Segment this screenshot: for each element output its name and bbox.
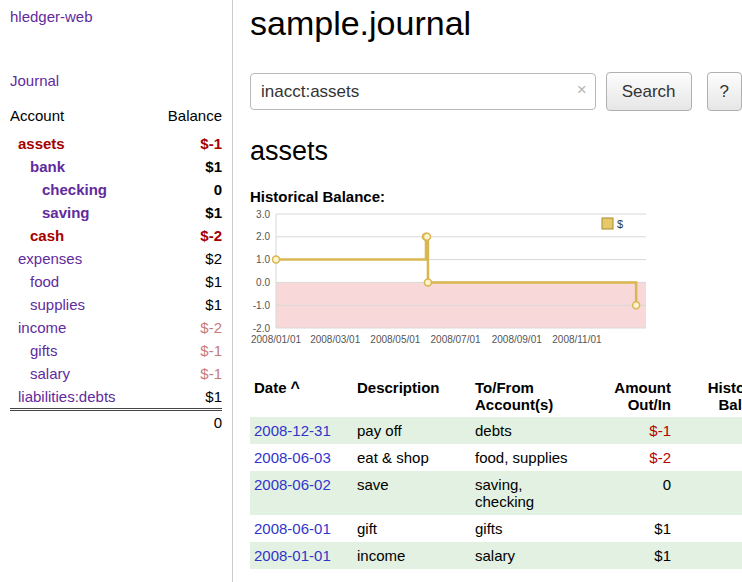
account-link[interactable]: liabilities:debts [18,388,116,405]
account-link[interactable]: saving [42,204,90,221]
account-balance: $-2 [150,316,222,339]
chart-point-marker [424,279,431,286]
account-row: food$1 [10,270,222,293]
chart-ytick-label: 3.0 [256,209,270,220]
accounts-header-balance: Balance [150,107,222,132]
account-row: expenses$2 [10,247,222,270]
account-balance: $1 [150,201,222,224]
account-link[interactable]: supplies [30,296,85,313]
accounts-header-row: Account Balance [10,107,222,132]
account-row: checking0 [10,178,222,201]
help-button[interactable]: ? [707,72,742,111]
clear-search-icon[interactable]: × [577,80,587,100]
account-balance: $-1 [150,339,222,362]
account-row: income$-2 [10,316,222,339]
chart-point-marker [273,256,280,263]
account-link[interactable]: income [18,319,66,336]
transaction-row: 2008-12-31pay offdebts$-1$-1 [250,417,742,444]
section-title: assets [250,136,742,167]
account-balance: $2 [150,247,222,270]
account-balance: $1 [150,385,222,410]
account-row: salary$-1 [10,362,222,385]
transaction-accounts: salary [471,542,587,569]
transaction-description: income [353,542,471,569]
legend-swatch [602,218,613,229]
transaction-balance: $2 [675,471,742,515]
header-accounts: To/From Account(s) [471,375,587,417]
transaction-row: 2008-01-01incomesalary$1$1 [250,542,742,569]
transaction-description: gift [353,515,471,542]
transaction-amount: $-2 [587,444,675,471]
transaction-amount: $1 [587,515,675,542]
accounts-header-account: Account [10,107,150,132]
account-link[interactable]: assets [18,135,65,152]
chart-xtick-label: 2008/01/01 [251,334,301,345]
chart-container: 3.02.01.00.0-1.0-2.02008/01/012008/03/01… [250,209,742,361]
accounts-total-value: 0 [150,410,222,435]
account-balance: 0 [150,178,222,201]
page-title: sample.journal [250,4,742,43]
chart-xtick-label: 2008/03/01 [310,334,360,345]
transaction-amount: 0 [587,471,675,515]
transaction-accounts: food, supplies [471,444,587,471]
account-link[interactable]: checking [42,181,107,198]
account-row: assets$-1 [10,132,222,155]
header-date[interactable]: Date^ [250,375,353,417]
transaction-date-link[interactable]: 2008-01-01 [254,547,331,564]
transaction-date-link[interactable]: 2008-12-31 [254,422,331,439]
chart-point-marker [423,233,430,240]
header-description: Description [353,375,471,417]
transaction-amount: $1 [587,542,675,569]
header-amount: Amount Out/In [587,375,675,417]
chart-xtick-label: 2008/07/01 [431,334,481,345]
transaction-row: 2008-06-02savesaving, checking0$2 [250,471,742,515]
account-row: liabilities:debts$1 [10,385,222,410]
transaction-date-link[interactable]: 2008-06-02 [254,476,331,493]
account-row: saving$1 [10,201,222,224]
chart-label: Historical Balance: [250,188,742,205]
account-link[interactable]: expenses [18,250,82,267]
chart-xtick-label: 2008/11/01 [552,334,602,345]
app-title-link[interactable]: hledger-web [10,8,93,25]
transaction-row: 2008-06-03eat & shopfood, supplies$-20 [250,444,742,471]
account-row: gifts$-1 [10,339,222,362]
accounts-table: Account Balance assets$-1bank$1checking0… [10,107,222,434]
account-balance: $1 [150,155,222,178]
balance-chart: 3.02.01.00.0-1.0-2.02008/01/012008/03/01… [250,209,670,357]
sidebar-item-journal[interactable]: Journal [10,72,222,89]
search-input[interactable] [250,73,596,110]
header-balance: Historical Balance [675,375,742,417]
transaction-accounts: gifts [471,515,587,542]
transaction-date-link[interactable]: 2008-06-01 [254,520,331,537]
account-link[interactable]: food [30,273,59,290]
main-content: sample.journal × Search ? assets Histori… [250,0,742,569]
transaction-description: eat & shop [353,444,471,471]
account-balance: $1 [150,293,222,316]
account-row: supplies$1 [10,293,222,316]
chart-ytick-label: 2.0 [256,231,270,242]
transaction-balance: $-1 [675,417,742,444]
transaction-description: pay off [353,417,471,444]
transaction-balance: $1 [675,542,742,569]
transaction-accounts: debts [471,417,587,444]
register-header-row: Date^ Description To/From Account(s) Amo… [250,375,742,417]
search-button[interactable]: Search [606,72,692,111]
chart-ytick-label: -1.0 [253,300,271,311]
account-balance: $-2 [150,224,222,247]
transaction-date-link[interactable]: 2008-06-03 [254,449,331,466]
account-link[interactable]: gifts [30,342,58,359]
legend-label: $ [617,218,623,230]
transaction-description: save [353,471,471,515]
account-link[interactable]: bank [30,158,65,175]
account-row: cash$-2 [10,224,222,247]
account-balance: $-1 [150,132,222,155]
transaction-balance: 0 [675,444,742,471]
account-link[interactable]: cash [30,227,64,244]
account-link[interactable]: salary [30,365,70,382]
search-box: × [250,73,596,110]
account-row: bank$1 [10,155,222,178]
transaction-row: 2008-06-01giftgifts$1$2 [250,515,742,542]
account-balance: $-1 [150,362,222,385]
accounts-total-row: 0 [10,410,222,435]
chart-ytick-label: 0.0 [256,277,270,288]
